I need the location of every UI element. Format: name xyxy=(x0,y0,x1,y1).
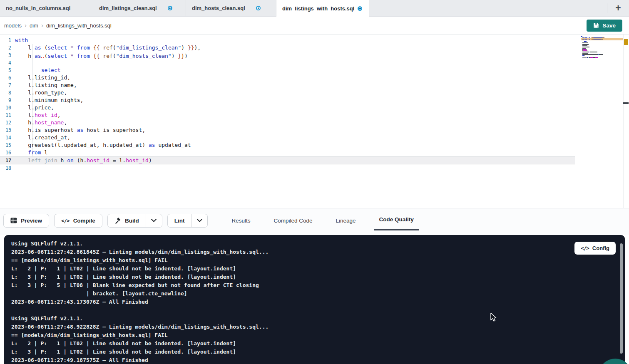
build-dropdown-button[interactable] xyxy=(146,214,162,228)
code-token: (h. xyxy=(74,157,87,163)
code-line-15[interactable]: 15 greatest(l.updated_at, h.updated_at) … xyxy=(0,141,575,149)
code-line-4[interactable]: 4 xyxy=(0,59,575,67)
unsaved-changes-icon xyxy=(358,6,362,11)
code-line-13[interactable]: 13 h.is_superhost as host_is_superhost, xyxy=(0,126,575,134)
save-button[interactable]: Save xyxy=(587,20,622,32)
minimap[interactable] xyxy=(581,36,623,59)
code-line-10[interactable]: 10 l.price, xyxy=(0,104,575,111)
terminal-line: L: 2 | P: 1 | LT02 | Line should not be … xyxy=(11,265,625,273)
code-line-content: greatest(l.updated_at, h.updated_at) as … xyxy=(15,141,575,149)
compile-button[interactable]: </> Compile xyxy=(54,214,102,228)
lint-dropdown-button[interactable] xyxy=(191,214,208,228)
code-line-content: l.created_at, xyxy=(15,134,575,141)
code-line-17[interactable]: 17 left join h on (h.host_id = l.host_id… xyxy=(0,156,575,164)
minimap-token xyxy=(590,57,593,58)
code-token: ref xyxy=(103,45,112,51)
overview-ruler-cursor-marker xyxy=(623,102,629,104)
lint-button[interactable]: Lint xyxy=(167,214,192,228)
editor-tab-label: dim_hosts_clean.sql xyxy=(192,5,245,11)
build-button[interactable]: Build xyxy=(107,214,146,228)
minimap-line xyxy=(581,54,623,55)
tab-compiled-code[interactable]: Compiled Code xyxy=(268,210,318,230)
code-line-18[interactable]: 18 xyxy=(0,164,575,172)
terminal-line: L: 3 | P: 5 | LT08 | Blank line expected… xyxy=(11,281,625,290)
code-token: ) xyxy=(149,157,152,163)
editor-tab-dim-hosts-clean-sql[interactable]: dim_hosts_clean.sql xyxy=(186,0,276,16)
lint-button-label: Lint xyxy=(174,218,185,224)
code-line-content xyxy=(15,59,575,67)
code-token: {{ xyxy=(93,53,100,59)
code-token: ) xyxy=(184,53,188,59)
editor-tab-bar: no_nulls_in_columns.sqldim_listings_clea… xyxy=(0,0,629,17)
code-token: h. xyxy=(15,119,35,126)
line-number: 11 xyxy=(0,112,15,118)
breadcrumb-bar: models › dim › dim_listings_with_hosts.s… xyxy=(0,17,629,35)
code-line-6[interactable]: 6 l.listing_id, xyxy=(0,74,575,82)
code-line-11[interactable]: 11 l.host_id, xyxy=(0,111,575,119)
line-number: 12 xyxy=(0,120,15,126)
code-line-8[interactable]: 8 l.room_type, xyxy=(0,89,575,97)
editor-tab-dim-listings-clean-sql[interactable]: dim_listings_clean.sql xyxy=(93,0,186,16)
code-line-5[interactable]: 5 select xyxy=(0,67,575,74)
line-number: 15 xyxy=(0,142,15,148)
code-line-3[interactable]: 3 h as(select * from {{ ref("dim_hosts_c… xyxy=(0,52,575,59)
tab-code-quality[interactable]: Code Quality xyxy=(374,210,419,230)
minimap-token xyxy=(582,52,589,52)
code-token: host_is_superhost, xyxy=(83,127,145,133)
lint-split-button: Lint xyxy=(167,214,208,228)
minimap-token xyxy=(582,47,589,47)
terminal-line: 2023-06-06T11:27:49.187575Z — All Finish… xyxy=(11,356,625,364)
breadcrumb-item-models[interactable]: models xyxy=(4,22,22,29)
code-line-content: l.host_id, xyxy=(15,111,575,119)
lint-output-terminal[interactable]: Using SQLFluff v2.1.1.2023-06-06T11:27:4… xyxy=(4,235,625,364)
code-token xyxy=(74,53,77,59)
breadcrumb-item-dim[interactable]: dim xyxy=(30,22,38,29)
code-line-content: with xyxy=(15,37,575,44)
preview-button-label: Preview xyxy=(21,218,42,224)
preview-button[interactable]: Preview xyxy=(3,214,49,228)
config-button[interactable]: </> Config xyxy=(574,242,616,255)
unsaved-changes-icon xyxy=(256,6,261,10)
breadcrumb-separator-icon: › xyxy=(25,22,27,29)
overview-ruler[interactable] xyxy=(623,35,629,208)
unsaved-changes-icon-ring xyxy=(359,7,362,10)
unsaved-changes-icon-ring xyxy=(257,7,260,10)
code-line-9[interactable]: 9 l.minimum_nights, xyxy=(0,97,575,104)
minimap-space xyxy=(581,41,584,42)
minimap-line xyxy=(581,50,623,51)
terminal-line xyxy=(11,306,625,314)
plus-icon: + xyxy=(615,2,621,14)
breadcrumb-item-file: dim_listings_with_hosts.sql xyxy=(46,22,112,29)
minimap-token xyxy=(583,49,586,50)
line-number: 6 xyxy=(0,75,15,81)
code-line-content: l.listing_name, xyxy=(15,82,575,89)
terminal-line: == [models/dim/dim_listings_with_hosts.s… xyxy=(11,256,625,265)
table-grid-icon xyxy=(10,218,17,223)
editor-tab-dim-listings-with-hosts-sql[interactable]: dim_listings_with_hosts.sql xyxy=(276,0,369,17)
code-token xyxy=(90,53,93,59)
new-tab-button[interactable]: + xyxy=(607,0,629,16)
code-line-2[interactable]: 2 l as (select * from {{ ref("dim_listin… xyxy=(0,44,575,52)
code-line-1[interactable]: 1with xyxy=(0,37,575,44)
code-editor[interactable]: 1with2 l as (select * from {{ ref("dim_l… xyxy=(0,35,629,208)
code-token: host_id xyxy=(126,157,149,163)
code-token: * xyxy=(70,53,74,59)
editor-tab-no-nulls-in-columns-sql[interactable]: no_nulls_in_columns.sql xyxy=(0,0,93,16)
build-split-button: Build xyxy=(107,214,162,228)
code-token: , xyxy=(57,112,61,118)
result-tabs: ResultsCompiled CodeLineageCode Quality xyxy=(226,210,419,230)
terminal-scrollbar[interactable] xyxy=(620,243,623,354)
minimap-token xyxy=(590,52,597,52)
code-line-content: select xyxy=(15,67,575,74)
code-line-12[interactable]: 12 h.host_name, xyxy=(0,119,575,126)
code-line-7[interactable]: 7 l.listing_name, xyxy=(0,82,575,89)
code-area[interactable]: 1with2 l as (select * from {{ ref("dim_l… xyxy=(0,35,575,172)
code-line-14[interactable]: 14 l.created_at, xyxy=(0,134,575,141)
tab-lineage[interactable]: Lineage xyxy=(330,210,361,230)
minimap-token xyxy=(598,57,598,58)
code-token: "dim_hosts_clean" xyxy=(116,53,172,59)
code-token: ( xyxy=(41,45,48,51)
tab-results[interactable]: Results xyxy=(226,210,256,230)
code-line-16[interactable]: 16 from l xyxy=(0,149,575,156)
unsaved-changes-icon-ring xyxy=(169,7,172,10)
